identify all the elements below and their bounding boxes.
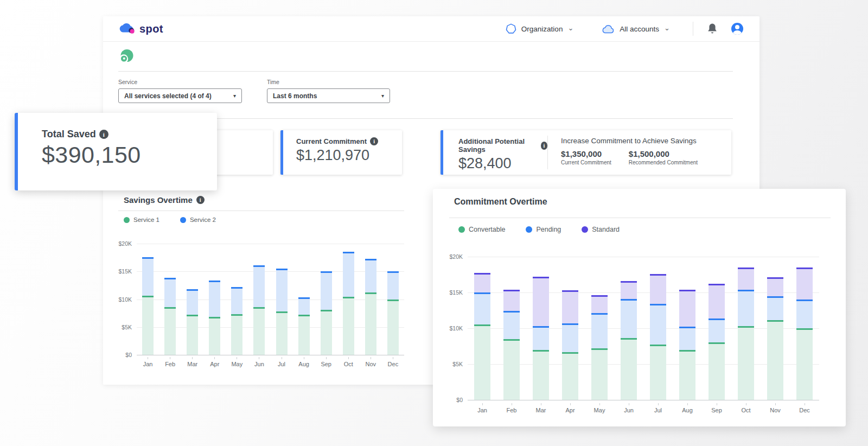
time-filter-label: Time [267, 79, 390, 85]
y-axis-tick-label: $5K [122, 324, 132, 330]
bar-dec [387, 244, 399, 355]
section-title-text: Savings Overtime [124, 195, 193, 205]
bar-apr [562, 257, 578, 400]
x-axis-slot: Aug [673, 403, 702, 413]
info-icon[interactable]: i [541, 142, 547, 150]
x-axis-slot: Dec [382, 357, 404, 367]
segment-standard [767, 277, 783, 296]
segment-service-1 [365, 292, 376, 355]
bars-container [468, 257, 819, 400]
savings-chart-legend: Service 1Service 2 [124, 216, 216, 223]
user-avatar[interactable] [731, 23, 743, 35]
spot-logo[interactable]: spot [119, 22, 163, 36]
savings-overtime-title: Savings Overtime i [124, 195, 205, 205]
bar-oct [343, 244, 354, 355]
segment-pending [562, 323, 578, 352]
info-icon[interactable]: i [196, 196, 205, 204]
axis-tick [687, 403, 688, 405]
y-axis-tick-label: $5K [452, 361, 463, 367]
time-filter-dropdown[interactable]: Last 6 months ▾ [267, 88, 390, 103]
segment-pending [796, 300, 813, 328]
segment-pending [591, 313, 608, 348]
info-icon[interactable]: i [370, 137, 378, 145]
y-axis-tick-label: $15K [118, 268, 132, 275]
axis-tick [482, 403, 483, 405]
gridline: $0 [137, 355, 404, 355]
legend-item-convertable[interactable]: Convertable [458, 226, 505, 233]
segment-service-1 [209, 317, 220, 355]
legend-item-standard[interactable]: Standard [582, 226, 620, 233]
total-saved-value: $390,150 [42, 142, 217, 168]
current-commitment-label: Current Commitment i [296, 137, 402, 145]
x-axis-tick-label: Jun [254, 361, 264, 367]
segment-pending [709, 318, 725, 343]
commitment-chart-x-axis: JanFebMarAprMayJunJulAugSepOctNovDec [468, 403, 819, 413]
x-axis-tick-label: Apr [210, 361, 219, 367]
axis-tick [570, 403, 571, 405]
x-axis-slot: Aug [293, 357, 315, 367]
bar-feb [503, 257, 520, 400]
axis-tick [393, 357, 393, 359]
segment-service-2 [343, 252, 354, 297]
axis-tick [237, 357, 237, 359]
legend-item-service-2[interactable]: Service 2 [180, 216, 216, 223]
x-axis-slot: Feb [497, 403, 526, 413]
axis-tick [214, 357, 215, 359]
axis-tick [259, 357, 259, 359]
x-axis-slot: Apr [203, 357, 226, 367]
segment-convertable [767, 320, 783, 400]
y-axis-tick-label: $10K [118, 296, 132, 303]
x-axis-slot: Jan [468, 403, 497, 413]
legend-dot-icon [458, 226, 465, 233]
legend-item-service-1[interactable]: Service 1 [124, 216, 159, 223]
bar-may [231, 244, 242, 355]
segment-service-1 [253, 307, 265, 355]
segment-convertable [474, 324, 490, 400]
notifications-bell-icon[interactable] [706, 22, 718, 35]
axis-tick [170, 357, 170, 359]
accounts-selector[interactable]: All accounts ⌄ [602, 24, 670, 34]
info-icon[interactable]: i [99, 130, 108, 139]
x-axis-tick-label: Sep [711, 407, 722, 413]
x-axis-slot: Feb [159, 357, 181, 367]
caret-down-icon: ▾ [381, 93, 384, 99]
axis-tick [629, 403, 629, 405]
x-axis-tick-label: Aug [298, 361, 309, 367]
section-divider [118, 71, 733, 72]
bar-jul [276, 244, 288, 355]
x-axis-slot: Oct [337, 357, 360, 367]
segment-service-1 [187, 315, 198, 355]
section-divider [118, 211, 404, 211]
time-filter-value: Last 6 months [273, 92, 317, 100]
segment-standard [621, 281, 637, 299]
chevron-down-icon: ⌄ [567, 24, 573, 31]
x-axis-tick-label: Aug [682, 407, 693, 413]
x-axis-tick-label: Oct [344, 361, 353, 367]
axis-tick [805, 403, 805, 405]
x-axis-tick-label: Mar [187, 361, 197, 367]
segment-pending [767, 296, 783, 321]
segment-service-2 [253, 265, 265, 307]
organization-selector[interactable]: Organization ⌄ [506, 23, 573, 34]
spot-cloud-logo-icon [119, 22, 136, 36]
segment-service-1 [164, 307, 176, 355]
segment-pending [533, 326, 549, 350]
legend-label: Service 2 [190, 216, 216, 223]
header-right: Organization ⌄ All accounts ⌄ [506, 22, 743, 36]
bar-feb [164, 244, 176, 355]
segment-pending [503, 311, 520, 339]
legend-item-pending[interactable]: Pending [526, 226, 561, 233]
x-axis-tick-label: Mar [536, 407, 546, 413]
service-filter-dropdown[interactable]: All services selected (4 of 4) ▾ [118, 88, 242, 103]
x-axis-slot: Mar [526, 403, 556, 413]
eco-product-icon[interactable] [118, 49, 135, 65]
axis-tick [512, 403, 512, 405]
x-axis-tick-label: Oct [741, 407, 750, 413]
segment-standard [796, 267, 813, 300]
x-axis-tick-label: Dec [388, 361, 399, 367]
segment-pending [474, 292, 490, 324]
header-divider [693, 22, 693, 36]
segment-pending [679, 327, 695, 349]
axis-tick [304, 357, 304, 359]
segment-pending [650, 304, 666, 345]
